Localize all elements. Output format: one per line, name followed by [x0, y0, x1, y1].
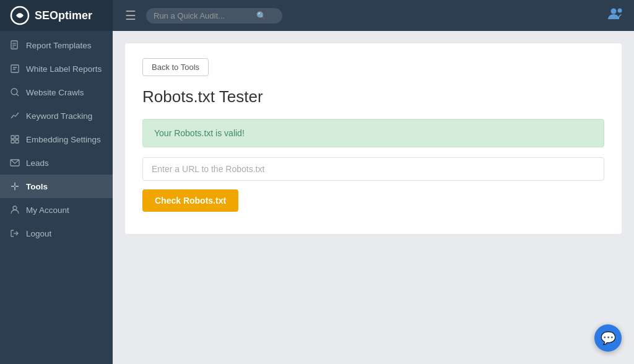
svg-line-7 — [17, 94, 19, 96]
svg-point-6 — [11, 89, 17, 95]
sidebar-item-leads[interactable]: Leads — [0, 151, 113, 175]
chat-bubble-button[interactable]: 💬 — [594, 324, 622, 352]
svg-point-17 — [13, 206, 17, 210]
topbar-right — [608, 7, 624, 24]
svg-point-19 — [611, 9, 617, 14]
check-robots-button[interactable]: Check Robots.txt — [142, 189, 238, 212]
svg-rect-10 — [11, 140, 14, 143]
sidebar-item-keyword-tracking[interactable]: Keyword Tracking — [0, 104, 113, 128]
users-icon-button[interactable] — [608, 7, 624, 24]
sidebar-item-my-account[interactable]: My Account — [0, 198, 113, 222]
sidebar-nav: Report Templates White Label Reports Web… — [0, 31, 113, 364]
back-to-tools-button[interactable]: Back to Tools — [142, 58, 209, 76]
svg-rect-8 — [11, 136, 14, 139]
success-message: Your Robots.txt is valid! — [154, 128, 245, 138]
sidebar-item-label: Tools — [26, 182, 48, 191]
svg-point-20 — [618, 9, 622, 13]
robots-url-input[interactable] — [142, 157, 604, 181]
search-input[interactable] — [154, 11, 253, 20]
sidebar-item-report-templates[interactable]: Report Templates — [0, 33, 113, 57]
content-card: Back to Tools Robots.txt Tester Your Rob… — [125, 43, 622, 234]
search-bar: 🔍 — [146, 8, 282, 24]
hamburger-button[interactable]: ☰ — [123, 6, 139, 25]
topbar: ☰ 🔍 — [113, 0, 634, 31]
sidebar-item-label: Website Crawls — [26, 88, 84, 97]
svg-rect-5 — [11, 65, 19, 72]
sidebar-item-label: Report Templates — [26, 41, 92, 50]
svg-rect-11 — [15, 140, 19, 143]
search-icon: 🔍 — [256, 11, 266, 20]
sidebar-item-label: Embedding Settings — [26, 135, 101, 144]
sidebar-item-label: Keyword Tracking — [26, 111, 92, 121]
sidebar-item-label: My Account — [26, 206, 69, 215]
sidebar-item-embedding-settings[interactable]: Embedding Settings — [0, 128, 113, 151]
page-title: Robots.txt Tester — [142, 87, 604, 106]
svg-rect-9 — [15, 136, 19, 139]
sidebar-item-label: Logout — [26, 229, 51, 238]
main-area: ☰ 🔍 Back to Tools Robots.txt Tester Your… — [113, 0, 634, 364]
sidebar-item-white-label-reports[interactable]: White Label Reports — [0, 57, 113, 80]
chat-icon: 💬 — [601, 331, 616, 345]
sidebar: SEOptimer Report Templates White Label R… — [0, 0, 113, 364]
content-area: Back to Tools Robots.txt Tester Your Rob… — [113, 31, 634, 364]
sidebar-item-tools[interactable]: Tools — [0, 175, 113, 198]
sidebar-item-website-crawls[interactable]: Website Crawls — [0, 80, 113, 104]
logo: SEOptimer — [0, 0, 113, 31]
sidebar-item-label: White Label Reports — [26, 64, 102, 74]
logo-text: SEOptimer — [35, 9, 92, 22]
sidebar-item-label: Leads — [26, 158, 49, 168]
sidebar-item-logout[interactable]: Logout — [0, 222, 113, 245]
success-banner: Your Robots.txt is valid! — [142, 119, 604, 147]
